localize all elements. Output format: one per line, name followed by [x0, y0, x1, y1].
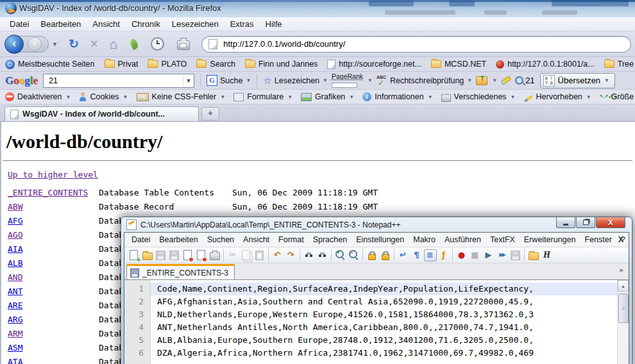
chevron-down-icon[interactable]: ▼: [246, 78, 251, 83]
close-document-x[interactable]: X: [618, 235, 623, 244]
spellcheck-button[interactable]: ABC✓ Rechtschreibprüfung ▼: [377, 76, 472, 85]
zoom-indicator[interactable]: 21: [515, 76, 534, 85]
np-menu-fenster[interactable]: Fenster: [580, 234, 616, 245]
translate-button[interactable]: aí7ö Übersetzen ▼: [540, 73, 615, 88]
word-wrap-icon[interactable]: ↵: [394, 249, 410, 261]
line-text[interactable]: NLD,Netherlands,Europe,Western Europe,41…: [151, 308, 618, 321]
np-menu-erweiterungen[interactable]: Erweiterungen: [520, 234, 580, 245]
bookmark-localhost-8001[interactable]: http://127.0.0.1:8001/a...: [496, 60, 595, 69]
macro-run-multiple-icon[interactable]: ▶▶: [495, 249, 509, 261]
np-menu-makro[interactable]: Makro: [409, 234, 440, 245]
entry-link[interactable]: ASM: [8, 343, 22, 352]
save-file-icon[interactable]: [154, 249, 167, 261]
entry-link[interactable]: ALB: [8, 258, 22, 268]
line-text[interactable]: AFG,Afghanistan,Asia,Southern and Centra…: [151, 295, 618, 308]
entry-link[interactable]: AGO: [8, 230, 22, 240]
entry-link[interactable]: _ENTIRE_CONTENTS: [8, 188, 88, 197]
google-search-input[interactable]: [47, 76, 183, 86]
np-menu-bearbeiten[interactable]: Bearbeiten: [155, 234, 202, 245]
bookmark-finn-und-jannes[interactable]: Finn und Jannes: [245, 60, 318, 69]
np-menu-ansicht[interactable]: Ansicht: [239, 234, 274, 245]
cut-icon[interactable]: ✂: [223, 249, 239, 261]
chevron-down-icon[interactable]: ▼: [492, 78, 497, 83]
forward-button[interactable]: ›: [28, 37, 42, 51]
entry-link[interactable]: AFG: [8, 216, 22, 226]
new-file-icon[interactable]: [127, 249, 140, 261]
webdev-cookies[interactable]: Cookies▼: [79, 92, 128, 101]
notepad-tab-entire-contents[interactable]: _ENTIRE_CONTENTS-3: [126, 264, 235, 279]
sync-scroll-v-icon[interactable]: [362, 249, 378, 261]
function-completion-icon[interactable]: ƒ: [437, 249, 450, 261]
stop-button[interactable]: ×: [90, 37, 98, 51]
line-text[interactable]: Code,Name,Continent,Region,SurfaceArea,I…: [151, 283, 618, 295]
entry-link[interactable]: ARM: [8, 329, 22, 338]
bookmark-plato[interactable]: PLATO: [148, 60, 187, 69]
chevron-down-icon[interactable]: ▼: [586, 94, 591, 100]
menu-lesezeichen[interactable]: Lesezeichen: [166, 18, 224, 30]
menu-bearbeiten[interactable]: Bearbeiten: [35, 18, 87, 30]
chevron-down-icon[interactable]: ▼: [428, 94, 433, 100]
line-text[interactable]: ALB,Albania,Europe,Southern Europe,28748…: [151, 334, 618, 347]
new-tab-button[interactable]: +: [201, 107, 219, 120]
webdev-verschiedenes[interactable]: Verschiedenes▼: [441, 92, 516, 102]
webdev-grafiken[interactable]: Grafiken▼: [301, 92, 354, 101]
chevron-down-icon[interactable]: ▼: [123, 94, 128, 100]
print-button[interactable]: [177, 40, 190, 50]
editor-scrollbar[interactable]: ▲ ≡: [617, 280, 629, 364]
np-menu-suchen[interactable]: Suchen: [203, 234, 239, 245]
undo-icon[interactable]: ↶: [268, 249, 284, 261]
macro-save-icon[interactable]: [509, 249, 522, 261]
bookmark-sourceforge[interactable]: http://sourceforge.net...: [327, 60, 421, 69]
chevron-down-icon[interactable]: ▼: [368, 78, 373, 83]
close-all-icon[interactable]: [194, 249, 208, 261]
chevron-down-icon[interactable]: ▼: [604, 78, 609, 83]
google-suche-button[interactable]: G Suche ▼: [207, 75, 251, 86]
chevron-down-icon[interactable]: ▼: [511, 94, 516, 100]
tab-wsgidav[interactable]: WsgiDAV - Index of /world-db/count...: [4, 106, 199, 121]
macro-record-icon[interactable]: ●: [452, 249, 468, 261]
minimize-button[interactable]: [556, 217, 575, 228]
webdev-hervorheben[interactable]: Hervorheben▼: [524, 92, 591, 101]
redo-icon[interactable]: ↷: [284, 249, 298, 261]
toolbar-overflow-icon[interactable]: »: [619, 266, 623, 274]
bookmark-mcsd-net[interactable]: MCSD.NET: [431, 60, 486, 69]
leaf-extension-icon[interactable]: [128, 37, 140, 50]
chevron-down-icon[interactable]: ▼: [323, 78, 328, 83]
entry-link[interactable]: ARE: [8, 301, 22, 310]
macro-stop-icon[interactable]: ■: [468, 249, 482, 261]
scrollbar-thumb[interactable]: ≡: [618, 294, 629, 323]
paste-icon[interactable]: [253, 249, 266, 261]
search-dropdown-icon[interactable]: ▼: [183, 75, 194, 87]
show-all-chars-icon[interactable]: ¶: [410, 249, 423, 261]
macro-play-icon[interactable]: ▶: [482, 249, 495, 261]
restore-button[interactable]: [576, 217, 595, 228]
menu-extras[interactable]: Extras: [224, 18, 260, 30]
chevron-down-icon[interactable]: ▼: [349, 94, 354, 100]
webdev-groesse[interactable]: ↖↗↙↘Größe▼: [600, 92, 635, 101]
chevron-down-icon[interactable]: ▼: [220, 94, 225, 100]
np-menu-textfx[interactable]: TextFX: [486, 234, 520, 245]
zoom-in-icon[interactable]: [331, 249, 347, 261]
menu-ansicht[interactable]: Ansicht: [87, 18, 126, 30]
bookmark-tree-samples[interactable]: Tree Samples: [604, 60, 635, 69]
entry-link[interactable]: AIA: [8, 244, 22, 254]
line-text[interactable]: ANT,Netherlands Antilles,North America,C…: [151, 321, 618, 334]
menu-hilfe[interactable]: Hilfe: [260, 18, 288, 30]
chevron-down-icon[interactable]: ▼: [287, 94, 292, 100]
entry-link[interactable]: ABW: [8, 202, 22, 211]
line-text[interactable]: DZA,Algeria,Africa,Northern Africa,23817…: [151, 347, 618, 360]
google-lesezeichen-button[interactable]: ☆ Lesezeichen ▼: [263, 75, 328, 87]
np-menu-sprachen[interactable]: Sprachen: [309, 234, 352, 245]
np-menu-format[interactable]: Format: [274, 234, 309, 245]
menu-datei[interactable]: Datei: [4, 18, 35, 30]
entry-link[interactable]: ARG: [8, 315, 22, 324]
clock-extension-icon[interactable]: [151, 37, 164, 51]
back-button[interactable]: ‹: [4, 35, 24, 54]
sync-scroll-h-icon[interactable]: [378, 249, 392, 261]
close-file-icon[interactable]: [181, 249, 194, 261]
print-icon[interactable]: [208, 249, 221, 261]
url-input[interactable]: [222, 38, 624, 49]
entry-link[interactable]: AND: [8, 272, 22, 282]
home-button[interactable]: ⌂: [110, 37, 118, 52]
np-menu-ausfuehren[interactable]: Ausführen: [440, 234, 486, 245]
